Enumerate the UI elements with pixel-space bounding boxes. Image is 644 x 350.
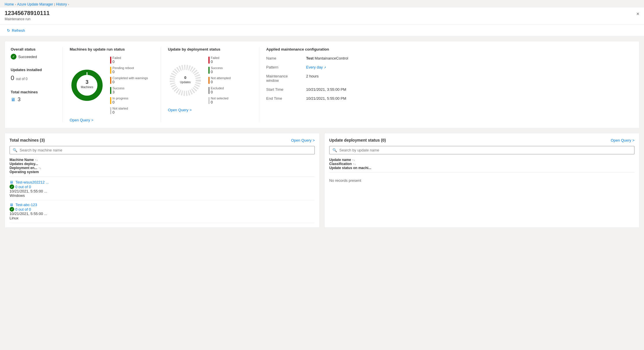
completed-warnings-bar [110,77,111,84]
machine-deployment-end-cell: 10/21/2021, 5:55:00 ... [10,189,315,193]
updates-panel: Update deployment status (0) Open Query … [324,133,639,228]
status-badge: ✓ Succeeded [11,54,57,60]
bottom-panels: Total machines (3) Open Query > 🔍 Machin… [5,133,639,228]
refresh-button[interactable]: ↻ Refresh [5,27,27,34]
svg-text:3: 3 [86,79,88,85]
col-machine-name: Machine Name ↑↓ [10,158,315,162]
machines-panel-open-query[interactable]: Open Query > [291,138,315,142]
success-indicator-icon: ✓ [10,184,14,189]
page-subtitle: Maintenance run [5,17,639,21]
legend-in-progress: In progress 0 [110,97,148,104]
update-name-sort[interactable]: ↑↓ [352,158,355,162]
config-pattern-value: Every day ↗ [306,65,633,69]
machines-table-header: Machine Name ↑↓ Updates deploy... Deploy… [10,158,315,177]
config-section: Applied maintenance configuration Name T… [259,47,633,122]
updates-search-box[interactable]: 🔍 [329,146,634,154]
machines-count: 3 [18,97,21,103]
overall-status-section: Overall status ✓ Succeeded Updates insta… [11,47,63,122]
deployment-chart-title: Update by deployment status [168,47,252,51]
pending-reboot-bar [110,67,111,74]
machine-updates-link[interactable]: 0 out of 0 [15,207,31,212]
external-link-icon: ↗ [324,66,326,69]
machine-type-icon: 🖥 [10,203,13,207]
machines-chart-title: Machines by update run status [70,47,154,51]
svg-text:0: 0 [184,75,186,80]
machines-display: 🖥 3 [11,97,57,103]
machine-name-link[interactable]: Test-wsus202212 ... [15,180,49,184]
depl-legend-not-attempted: Not attempted 0 [208,76,231,84]
config-table: Name Test MantainanceControl Pattern Eve… [266,56,633,101]
no-records-text: No records present [329,174,634,187]
legend-success: Success 3 [110,86,148,94]
page-title: 12345678910111 [5,10,639,16]
machine-name-cell: 🖥 Test-abc-123 [10,203,315,207]
config-name-label: Name [266,56,304,60]
depl-legend-failed: Failed 0 [208,56,231,64]
deployment-donut-chart: 0 Updates [168,63,203,98]
total-machines-label: Total machines [11,90,57,94]
updates-suffix: out of 0 [16,77,27,81]
config-start-value: 10/21/2021, 3:55:00 PM [306,87,633,92]
table-row: 🖥 Test-abc-123 ✓ 0 out of 0 10/21/2021, … [10,200,315,223]
machines-panel: Total machines (3) Open Query > 🔍 Machin… [5,133,320,228]
machines-search-input[interactable] [20,148,312,152]
status-text: Succeeded [18,55,37,59]
machine-type-icon: 🖥 [10,180,13,184]
machine-os-cell: Windows [10,193,315,198]
updates-search-input[interactable] [339,148,631,152]
breadcrumb-azure-update-manager[interactable]: Azure Update Manager [17,2,53,6]
overall-status-label: Overall status [11,47,57,51]
machines-panel-title: Total machines (3) [10,138,45,142]
in-progress-bar [110,97,111,104]
breadcrumb: Home › Azure Update Manager | History › [0,0,644,8]
deployment-open-query[interactable]: Open Query > [168,108,192,112]
table-row: 🖥 Test-wsus202212 ... ✓ 0 out of 0 10/21… [10,178,315,200]
top-panel: Overall status ✓ Succeeded Updates insta… [5,41,639,128]
machine-updates-cell: ✓ 0 out of 0 [10,207,315,212]
col-update-name: Update name ↑↓ [329,158,634,162]
machine-icon: 🖥 [11,97,15,102]
config-end-label: End Time [266,96,304,101]
deployment-legend: Failed 0 Success 0 Not [208,56,231,104]
depl-legend-excluded: Excluded 0 [208,86,231,94]
col-deployment-end: Deployment en... ↑↓ [10,166,315,170]
main-content: Overall status ✓ Succeeded Updates insta… [0,36,644,232]
col-classification: Classification ↑↓ [329,162,634,166]
config-end-value: 10/21/2021, 5:55:00 PM [306,96,633,101]
close-button[interactable]: × [636,11,639,17]
updates-panel-open-query[interactable]: Open Query > [611,138,634,142]
deployment-donut-container: 0 Updates Failed 0 Success [168,56,252,104]
machines-legend: Failed 0 Pending reboot 0 [110,56,148,114]
col-os: Operating system [10,170,315,174]
col-updates-deploy: Updates deploy... [10,162,315,166]
config-window-label: Maintenancewindow [266,74,304,83]
deployment-chart-section: Update by deployment status 0 Updates Fa… [161,47,259,122]
breadcrumb-home[interactable]: Home [5,2,14,6]
machine-updates-link[interactable]: 0 out of 0 [15,185,31,189]
not-started-bar [110,107,111,114]
svg-text:Updates: Updates [180,81,190,84]
updates-panel-header: Update deployment status (0) Open Query … [329,138,634,142]
machines-search-box[interactable]: 🔍 [10,146,315,154]
machines-chart-section: Machines by update run status 3 Machines [63,47,161,122]
machine-name-sort[interactable]: ↑↓ [35,158,38,162]
svg-text:Machines: Machines [81,86,93,89]
breadcrumb-history[interactable]: History [56,2,67,6]
updates-table-header: Update name ↑↓ Classification ↑↓ Update … [329,158,634,173]
col-update-status: Update status on machi... [329,166,634,170]
legend-not-started: Not started 0 [110,107,148,114]
updates-installed-label: Updates installed [11,68,57,72]
pattern-link[interactable]: Every day [306,65,323,69]
refresh-icon: ↻ [7,28,10,33]
config-pattern-label: Pattern [266,65,304,69]
machines-open-query[interactable]: Open Query > [70,118,93,122]
machine-name-link[interactable]: Test-abc-123 [15,203,37,207]
depl-legend-success: Success 0 [208,66,231,74]
machines-donut-container: 3 Machines Failed 0 Pending rebo [70,56,154,114]
config-window-value: 2 hours [306,74,633,83]
success-indicator-icon: ✓ [10,207,14,212]
config-name-value: Test MantainanceControl [306,56,633,60]
classification-sort[interactable]: ↑↓ [353,162,356,166]
deployment-end-sort[interactable]: ↑↓ [38,166,41,170]
machine-name-cell: 🖥 Test-wsus202212 ... [10,180,315,184]
